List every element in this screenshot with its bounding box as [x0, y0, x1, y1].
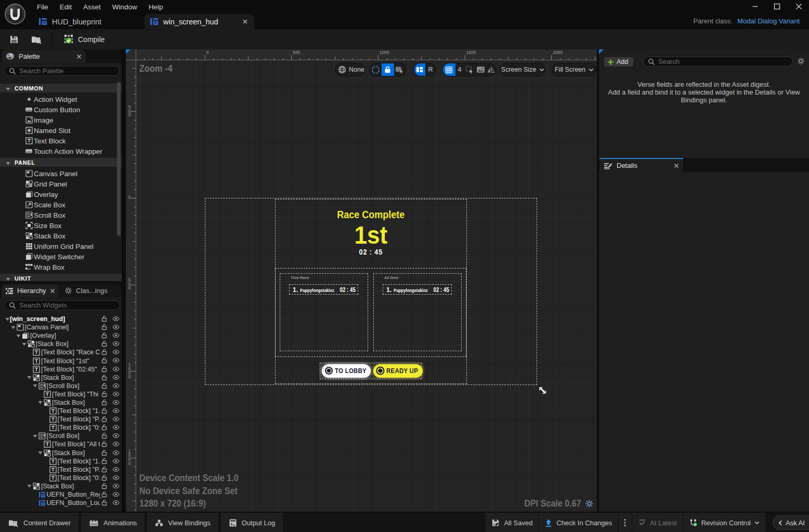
tree-row[interactable]: [Stack Box]: [0, 449, 122, 457]
visibility-eye-icon[interactable]: [112, 332, 120, 339]
statusbar-more-options-button[interactable]: [618, 513, 632, 532]
visibility-eye-icon[interactable]: [112, 374, 120, 381]
close-tab-icon[interactable]: [242, 17, 248, 26]
tree-row[interactable]: UEFN_Button_Regu: [0, 490, 122, 499]
chevron-expanded-icon[interactable]: [11, 326, 16, 329]
visibility-eye-icon[interactable]: [112, 382, 120, 389]
place-text[interactable]: 1st: [205, 220, 537, 249]
tree-row[interactable]: [Text Block] "1.: [0, 457, 122, 466]
palette-item-grid-panel[interactable]: Grid Panel: [0, 179, 122, 189]
tree-row[interactable]: [Text Block] "1.: [0, 407, 122, 415]
close-details-icon[interactable]: [674, 161, 679, 170]
unlock-icon[interactable]: [101, 416, 108, 422]
visibility-eye-icon[interactable]: [112, 391, 120, 397]
tree-row[interactable]: [Text Block] "1st": [0, 356, 122, 365]
verse-search-input[interactable]: Search: [643, 57, 793, 66]
menu-asset[interactable]: Asset: [77, 0, 107, 14]
tree-row[interactable]: [win_screen_hud]: [0, 315, 122, 323]
close-palette-icon[interactable]: [76, 52, 82, 61]
visibility-eye-icon[interactable]: [112, 483, 120, 489]
resize-handle-icon[interactable]: [538, 385, 547, 395]
parent-class-link[interactable]: Modal Dialog Variant: [737, 17, 800, 25]
animation-select-button[interactable]: [394, 63, 406, 76]
tree-row[interactable]: [Stack Box]: [0, 398, 122, 407]
palette-item-overlay[interactable]: Overlay: [0, 189, 122, 200]
chevron-expanded-icon[interactable]: [27, 376, 32, 379]
tree-row[interactable]: [Text Block] "Race C: [0, 348, 122, 356]
browse-to-asset-button[interactable]: [25, 29, 48, 49]
outline-select-button[interactable]: [464, 63, 476, 76]
palette-item-image[interactable]: Image: [0, 115, 122, 125]
visibility-eye-icon[interactable]: [112, 407, 120, 414]
screen-size-dropdown[interactable]: Screen Size: [500, 63, 545, 76]
lock-widgets-button[interactable]: [382, 63, 394, 76]
chevron-expanded-icon[interactable]: [33, 384, 37, 388]
palette-item-uniform-grid-panel[interactable]: Uniform Grid Panel: [0, 241, 122, 251]
unlock-icon[interactable]: [101, 474, 108, 481]
tab-hierarchy[interactable]: Hierarchy: [2, 284, 59, 297]
visibility-eye-icon[interactable]: [112, 499, 120, 506]
chevron-expanded-icon[interactable]: [38, 401, 43, 404]
unlock-icon[interactable]: [101, 407, 108, 414]
tree-row[interactable]: [Scroll Box]: [0, 432, 122, 440]
add-field-button[interactable]: Add: [604, 57, 633, 66]
statusbar-all-saved-button[interactable]: All Saved: [486, 513, 538, 532]
unlock-icon[interactable]: [101, 449, 108, 456]
menu-help[interactable]: Help: [143, 0, 169, 14]
unlock-icon[interactable]: [101, 357, 108, 364]
statusbar-at-latest-button[interactable]: At Latest: [632, 513, 682, 532]
ready-up-button[interactable]: READY UP: [373, 364, 423, 378]
chevron-expanded-icon[interactable]: [22, 342, 27, 346]
ask-ai-button[interactable]: Ask AI: [773, 515, 809, 530]
snap-grid-button[interactable]: [443, 63, 455, 76]
all-time-scroll-box[interactable]: All time 1. Pappylongstakinz 02 : 45: [373, 273, 462, 351]
visibility-eye-icon[interactable]: [112, 491, 120, 498]
flip-direction-button[interactable]: R: [425, 63, 436, 76]
chevron-expanded-icon[interactable]: [5, 317, 10, 321]
time-text[interactable]: 02 : 45: [205, 248, 537, 256]
visibility-eye-icon[interactable]: [112, 449, 120, 456]
tab-win-screen-hud[interactable]: win_screen_hud: [145, 14, 254, 29]
unlock-icon[interactable]: [101, 340, 108, 347]
palette-item-touch-action-wrapper[interactable]: Touch Action Wrapper: [0, 146, 122, 156]
preview-background-button[interactable]: [476, 63, 486, 76]
palette-search-input[interactable]: Search Palette: [4, 66, 120, 76]
dpi-gear-icon[interactable]: [585, 499, 594, 508]
statusbar-check-in-changes-button[interactable]: Check In Changes: [538, 513, 618, 532]
tree-row[interactable]: [Scroll Box]: [0, 382, 122, 390]
tree-row[interactable]: [Canvas Panel]: [0, 323, 122, 331]
palette-item-stack-box[interactable]: Stack Box: [0, 231, 122, 241]
visibility-eye-icon[interactable]: [112, 466, 120, 473]
tree-row[interactable]: [Stack Box]: [0, 374, 122, 382]
unlock-icon[interactable]: [101, 441, 108, 447]
statusbar-content-drawer-button[interactable]: Content Drawer: [0, 513, 79, 532]
leaderboard-row[interactable]: 1. Pappylongstakinz 02 : 45: [383, 284, 452, 295]
palette-scrollbar[interactable]: [117, 82, 121, 236]
unlock-icon[interactable]: [101, 458, 108, 464]
visibility-eye-icon[interactable]: [112, 424, 120, 431]
unlock-icon[interactable]: [101, 315, 108, 322]
statusbar-output-log-button[interactable]: Output Log: [221, 513, 283, 532]
visibility-eye-icon[interactable]: [112, 441, 120, 447]
visibility-eye-icon[interactable]: [112, 366, 120, 373]
grid-size-button[interactable]: 4: [455, 63, 464, 76]
verse-settings-gear-icon[interactable]: [797, 57, 805, 65]
race-complete-text[interactable]: Race Complete: [205, 209, 537, 221]
unlock-icon[interactable]: [101, 432, 108, 439]
leaderboard-row[interactable]: 1. Pappylongstakinz 02 : 45: [289, 284, 358, 295]
unlock-icon[interactable]: [101, 424, 108, 431]
localization-preview-button[interactable]: [414, 63, 425, 76]
tree-row[interactable]: [Text Block] "0:: [0, 423, 122, 432]
close-hierarchy-icon[interactable]: [50, 286, 55, 296]
maximize-icon[interactable]: [773, 2, 781, 10]
unlock-icon[interactable]: [101, 349, 108, 355]
chevron-expanded-icon[interactable]: [16, 334, 21, 338]
menu-window[interactable]: Window: [107, 0, 143, 14]
tree-row[interactable]: [Text Block] "P.: [0, 415, 122, 423]
hierarchy-search-input[interactable]: Search Widgets: [4, 300, 120, 310]
palette-item-custom-button[interactable]: Custom Button: [0, 104, 122, 115]
visibility-eye-icon[interactable]: [112, 349, 120, 355]
marquee-select-button[interactable]: [370, 63, 382, 76]
unlock-icon[interactable]: [101, 483, 108, 489]
unlock-icon[interactable]: [101, 399, 108, 406]
